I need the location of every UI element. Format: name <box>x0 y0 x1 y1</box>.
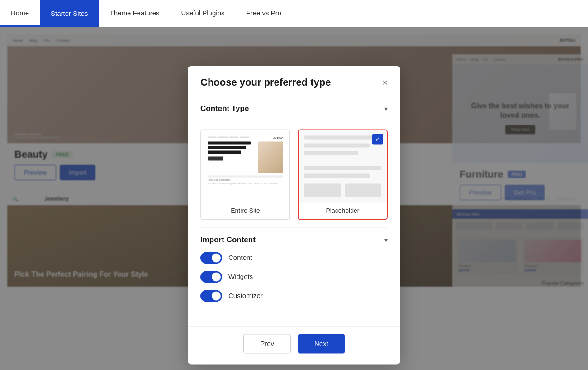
customizer-toggle-row: Customizer <box>200 290 388 302</box>
modal-close-button[interactable]: × <box>382 78 388 87</box>
customizer-toggle[interactable] <box>200 290 222 302</box>
modal-header: Choose your preferred type × <box>188 66 400 96</box>
import-content-section-header: Import Content ▾ <box>200 235 388 245</box>
widgets-toggle-row: Widgets <box>200 271 388 283</box>
widgets-toggle-label: Widgets <box>228 273 253 280</box>
ph-line-1 <box>304 135 381 139</box>
import-content-title: Import Content <box>200 235 256 245</box>
customizer-toggle-slider <box>200 290 222 302</box>
content-type-title: Content Type <box>200 104 249 113</box>
nav-useful-plugins-label: Useful Plugins <box>181 9 225 17</box>
modal-dialog: Choose your preferred type × Content Typ… <box>188 66 400 364</box>
content-toggle-label: Content <box>228 254 252 261</box>
ph-block-1 <box>304 183 341 197</box>
entire-site-preview: BOTIGA Featured collect <box>201 130 289 202</box>
entire-site-label: Entire Site <box>201 202 289 219</box>
nav-item-home[interactable]: Home <box>0 0 40 27</box>
modal-body: Content Type ▾ BOTIGA <box>188 96 400 326</box>
ph-line-5 <box>304 174 370 178</box>
navigation-bar: Home Starter Sites Theme Features Useful… <box>0 0 588 27</box>
content-toggle[interactable] <box>200 252 222 264</box>
nav-item-theme-features[interactable]: Theme Features <box>99 0 171 27</box>
ph-block-2 <box>345 183 382 197</box>
ph-line-3 <box>304 151 358 155</box>
entire-site-card[interactable]: BOTIGA Featured collect <box>200 129 290 220</box>
import-content-section: Import Content ▾ Content Widgets <box>200 227 388 317</box>
nav-item-starter-sites[interactable]: Starter Sites <box>40 0 99 27</box>
nav-starter-sites-label: Starter Sites <box>51 10 88 17</box>
nav-theme-features-label: Theme Features <box>110 9 160 17</box>
import-content-chevron-icon[interactable]: ▾ <box>384 236 388 244</box>
content-toggle-slider <box>200 252 222 264</box>
next-button[interactable]: Next <box>298 334 345 353</box>
prev-button[interactable]: Prev <box>243 334 291 353</box>
content-toggle-row: Content <box>200 252 388 264</box>
widgets-toggle-slider <box>200 271 222 283</box>
modal-footer: Prev Next <box>188 326 400 364</box>
nav-home-label: Home <box>11 9 29 17</box>
placeholder-label: Placeholder <box>299 202 387 219</box>
ph-line-2 <box>304 143 370 147</box>
placeholder-card[interactable]: ✓ Placeholder <box>298 129 388 220</box>
modal-title: Choose your preferred type <box>200 77 331 88</box>
widgets-toggle[interactable] <box>200 271 222 283</box>
content-type-options: BOTIGA Featured collect <box>200 122 388 227</box>
ph-line-4 <box>304 166 381 170</box>
content-type-chevron-icon[interactable]: ▾ <box>384 105 388 112</box>
nav-item-useful-plugins[interactable]: Useful Plugins <box>171 0 236 27</box>
nav-free-vs-pro-label: Free vs Pro <box>246 9 281 17</box>
content-type-section-header: Content Type ▾ <box>200 96 388 120</box>
customizer-toggle-label: Customizer <box>228 292 263 299</box>
selected-check-icon: ✓ <box>372 134 383 144</box>
nav-item-free-vs-pro[interactable]: Free vs Pro <box>235 0 292 27</box>
ph-blocks <box>304 183 381 197</box>
